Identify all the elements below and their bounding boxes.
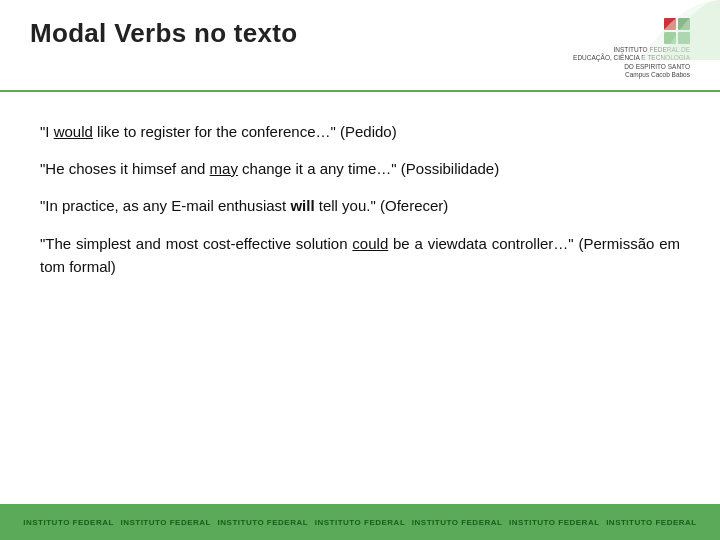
quote-open-3: "In practice, as any E-mail enthusiast: [40, 197, 290, 214]
logo-line2: EDUCAÇÃO, CIÊNCIA E TECNOLOGIA: [573, 54, 690, 61]
quote-open-4: "The simplest and most cost-effective so…: [40, 235, 352, 252]
quote-open-2: "He choses it himsef and: [40, 160, 210, 177]
will-bold: will: [290, 197, 314, 214]
quote-line-3: "In practice, as any E-mail enthusiast w…: [40, 194, 680, 217]
footer-label-7: INSTITUTO FEDERAL: [606, 518, 697, 527]
footer-label-5: INSTITUTO FEDERAL: [412, 518, 503, 527]
quote-rest-3: tell you." (Oferecer): [315, 197, 449, 214]
logo-line1: INSTITUTO FEDERAL DE: [613, 46, 690, 53]
logo-line3: DO ESPIRITO SANTO: [624, 63, 690, 70]
slide-title: Modal Verbs no texto: [30, 18, 298, 49]
footer-label-4: INSTITUTO FEDERAL: [315, 518, 406, 527]
quote-line-2: "He choses it himsef and may change it a…: [40, 157, 680, 180]
could-underline: could: [352, 235, 388, 252]
logo-block-green-light: [664, 32, 676, 44]
logo-block-green-dark: [678, 18, 690, 30]
would-underline: would: [54, 123, 93, 140]
slide-content: "I would like to register for the confer…: [0, 92, 720, 504]
quote-line-4: "The simplest and most cost-effective so…: [40, 232, 680, 279]
slide-header: Modal Verbs no texto INSTITUTO FEDERAL D…: [0, 0, 720, 92]
quote-open-1: "I: [40, 123, 54, 140]
footer-label-3: INSTITUTO FEDERAL: [218, 518, 309, 527]
quote-rest-2: change it a any time…" (Possibilidade): [238, 160, 499, 177]
logo-blocks: [664, 18, 690, 44]
logo-line4: Campus Cacob Babos: [625, 71, 690, 78]
quote-rest-1: like to register for the conference…" (P…: [93, 123, 397, 140]
may-underline: may: [210, 160, 238, 177]
slide-footer: INSTITUTO FEDERAL INSTITUTO FEDERAL INST…: [0, 504, 720, 540]
quote-line-1: "I would like to register for the confer…: [40, 120, 680, 143]
logo-block-green-mid: [678, 32, 690, 44]
logo-area: INSTITUTO FEDERAL DE EDUCAÇÃO, CIÊNCIA E…: [573, 18, 690, 80]
logo-block-red: [664, 18, 676, 30]
footer-label-2: INSTITUTO FEDERAL: [120, 518, 211, 527]
footer-label-6: INSTITUTO FEDERAL: [509, 518, 600, 527]
slide: Modal Verbs no texto INSTITUTO FEDERAL D…: [0, 0, 720, 540]
footer-label-1: INSTITUTO FEDERAL: [23, 518, 114, 527]
logo-text: INSTITUTO FEDERAL DE EDUCAÇÃO, CIÊNCIA E…: [573, 46, 690, 80]
